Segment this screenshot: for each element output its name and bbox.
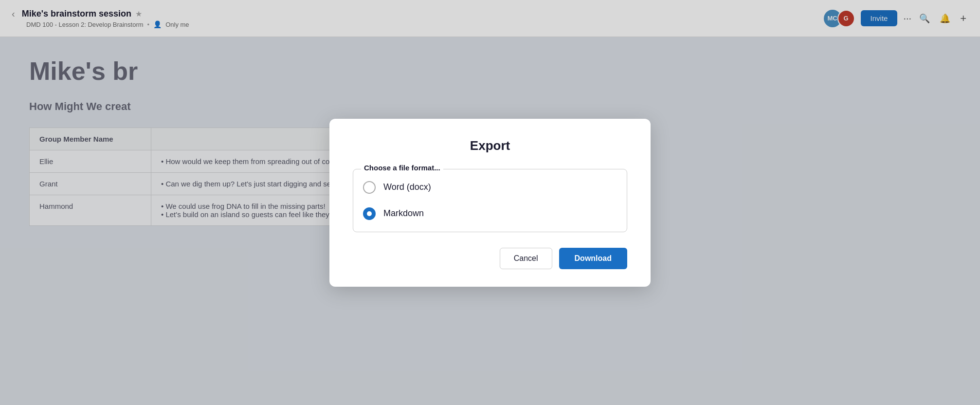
radio-circle-markdown[interactable] [363, 207, 376, 220]
radio-label-markdown: Markdown [383, 208, 424, 219]
radio-label-word: Word (docx) [383, 182, 431, 192]
download-button[interactable]: Download [559, 248, 627, 269]
modal-overlay: Export Choose a file format... Word (doc… [0, 0, 980, 405]
radio-word[interactable]: Word (docx) [363, 174, 617, 201]
export-modal: Export Choose a file format... Word (doc… [329, 119, 651, 287]
radio-markdown[interactable]: Markdown [363, 201, 617, 227]
format-group: Choose a file format... Word (docx) Mark… [353, 169, 627, 232]
radio-circle-word[interactable] [363, 181, 376, 194]
modal-title: Export [353, 138, 627, 153]
modal-actions: Cancel Download [353, 248, 627, 269]
cancel-button[interactable]: Cancel [500, 248, 552, 269]
format-legend: Choose a file format... [361, 164, 443, 172]
